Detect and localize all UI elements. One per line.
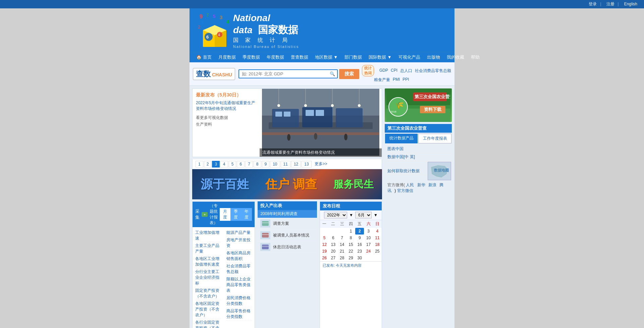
data-map-thumb[interactable]: 数据地图	[428, 162, 451, 180]
weibo-sina[interactable]: 新浪	[428, 183, 436, 187]
nav-annual[interactable]: 年度数据	[263, 52, 287, 62]
stat-item-r1[interactable]: 能源产品产量	[226, 229, 252, 237]
cal-day-20[interactable]: 20	[329, 248, 337, 255]
cal-day-9[interactable]: 9	[355, 235, 364, 241]
nav-favorites[interactable]: 我的收藏	[443, 52, 468, 62]
invest-item-2[interactable]: 被调查人员基本情况	[258, 229, 317, 241]
page-12[interactable]: 12	[291, 161, 301, 168]
stat-item-r6[interactable]: 居民消费价格分类指数	[226, 294, 252, 308]
page-2[interactable]: 2	[204, 161, 212, 168]
stat-item-2[interactable]: 主要工业产品产量	[195, 242, 221, 255]
cal-day-28[interactable]: 28	[338, 255, 346, 261]
invest-item-3[interactable]: 休息日活动志表	[258, 241, 317, 253]
tab-monthly[interactable]: 月度	[220, 208, 230, 221]
stat-item-r7[interactable]: 商品零售价格分类指数	[226, 308, 252, 321]
page-4[interactable]: 4	[220, 161, 228, 168]
cal-day-17[interactable]: 17	[364, 241, 373, 248]
get-stats-link[interactable]: 如何获取统计数据	[385, 167, 427, 175]
invest-item-1[interactable]: 调查方案	[258, 218, 317, 229]
nav-regional[interactable]: 地区数据 ▼	[312, 52, 341, 62]
cal-day-7[interactable]: 7	[338, 235, 346, 241]
nav-help[interactable]: 帮助	[468, 52, 483, 62]
cal-day-14[interactable]: 14	[338, 241, 346, 248]
cal-day-30[interactable]: 30	[355, 255, 364, 261]
news-more-material[interactable]: 生产资料	[196, 122, 256, 127]
page-10[interactable]: 10	[270, 161, 280, 168]
month-select[interactable]: 6月	[355, 212, 372, 218]
stat-item-r4[interactable]: 社会消费品零售总额	[226, 263, 252, 276]
annual-report-btn[interactable]: 工作年度报表	[418, 134, 451, 143]
search-input[interactable]	[239, 70, 328, 78]
cal-day-5[interactable]: 5	[320, 235, 329, 241]
year-select[interactable]: 2022年	[324, 212, 347, 218]
page-3-active[interactable]: 3	[212, 161, 220, 168]
nav-home[interactable]: 🏠 首页	[193, 52, 215, 62]
stat-item-3[interactable]: 各地区工业增加值增长速度	[195, 255, 221, 268]
cal-day-1[interactable]: 1	[346, 228, 355, 235]
page-5[interactable]: 5	[229, 161, 236, 168]
cal-day-6[interactable]: 6	[329, 235, 337, 241]
stat-item-1[interactable]: 工业增加值增速	[195, 229, 221, 242]
nav-publish[interactable]: 出版物	[424, 52, 443, 62]
cal-day-21[interactable]: 21	[338, 248, 346, 255]
cal-day-4[interactable]: 4	[373, 228, 382, 235]
page-11[interactable]: 11	[281, 161, 290, 168]
add-button[interactable]: +	[202, 212, 208, 217]
cal-day-16[interactable]: 16	[355, 241, 364, 248]
hot-population[interactable]: 总人口	[400, 68, 412, 74]
page-more[interactable]: 更多>>	[312, 160, 330, 168]
weibo-renmin[interactable]: 人民	[406, 183, 414, 187]
nav-census[interactable]: 普查数据	[287, 52, 312, 62]
cal-day-19[interactable]: 19	[320, 248, 329, 255]
hot-retail[interactable]: 社会消费品零售总额	[415, 68, 451, 74]
weibo-xinhua[interactable]: 新华	[417, 183, 425, 187]
cal-day-26[interactable]: 26	[320, 255, 329, 261]
tab-annual[interactable]: 年度	[241, 208, 252, 221]
page-8[interactable]: 8	[254, 161, 261, 168]
stats-data-btn[interactable]: 统计数据产品	[385, 134, 418, 143]
nav-department[interactable]: 部门数据	[341, 52, 365, 62]
cal-day-11[interactable]: 11	[373, 235, 382, 241]
cal-day-2-today[interactable]: 2	[355, 228, 364, 235]
cal-day-18[interactable]: 18	[373, 241, 382, 248]
cal-day-29[interactable]: 29	[346, 255, 355, 261]
nav-visual[interactable]: 可视化产品	[395, 52, 424, 62]
page-13[interactable]: 13	[302, 161, 311, 168]
page-1[interactable]: 1	[196, 161, 203, 168]
tab-quarterly[interactable]: 季度	[230, 208, 241, 221]
hot-ppi[interactable]: PPI	[402, 77, 409, 83]
stat-item-7[interactable]: 各行业固定资产投资（不含农户）	[195, 319, 221, 328]
hot-gdp[interactable]: GDP	[379, 68, 388, 74]
stat-item-r3[interactable]: 各地区商品房销售面积	[226, 250, 252, 263]
stat-item-r2[interactable]: 房地产开发投资	[226, 237, 252, 250]
page-9[interactable]: 9	[262, 161, 270, 168]
agri-census-banner[interactable]: 🌾 2016 第三次全国农业普查 资料下载	[385, 88, 452, 122]
cal-day-10[interactable]: 10	[364, 235, 373, 241]
nav-intl[interactable]: 国际数据 ▼	[365, 52, 395, 62]
cal-day-23[interactable]: 23	[355, 248, 364, 255]
cal-day-12[interactable]: 12	[320, 241, 329, 248]
stat-item-4[interactable]: 分行业主要工业企业经济指标	[195, 268, 221, 287]
news-more-visual[interactable]: 看更多可视化数据	[196, 115, 256, 121]
register-link[interactable]: 注册	[606, 2, 614, 6]
cal-day-27[interactable]: 27	[329, 255, 337, 261]
search-magnifier-icon[interactable]: 🔍	[328, 70, 337, 78]
stat-item-6[interactable]: 各地区固定资产投资（不含农户）	[195, 300, 221, 319]
cal-day-22[interactable]: 22	[346, 248, 355, 255]
nav-monthly[interactable]: 月度数据	[215, 52, 239, 62]
cal-day-13[interactable]: 13	[329, 241, 337, 248]
page-6[interactable]: 6	[237, 161, 245, 168]
cal-day-25[interactable]: 25	[373, 248, 382, 255]
chart-china-link[interactable]: 图表中国	[385, 145, 452, 153]
hot-grain[interactable]: 粮食产量	[374, 77, 390, 83]
stat-item-5[interactable]: 固定资产投资（不含农户）	[195, 287, 221, 300]
nav-quarterly[interactable]: 季度数据	[239, 52, 263, 62]
page-7[interactable]: 7	[245, 161, 253, 168]
cal-day-24[interactable]: 24	[364, 248, 373, 255]
cal-day-15[interactable]: 15	[346, 241, 355, 248]
cal-day-3[interactable]: 3	[364, 228, 373, 235]
hot-pmi[interactable]: PMI	[393, 77, 400, 83]
weixin-link[interactable]: 官方微信	[397, 188, 413, 193]
search-button[interactable]: 搜索	[339, 69, 359, 79]
stat-item-r5[interactable]: 限额以上企业商品零售类值表	[226, 276, 252, 294]
